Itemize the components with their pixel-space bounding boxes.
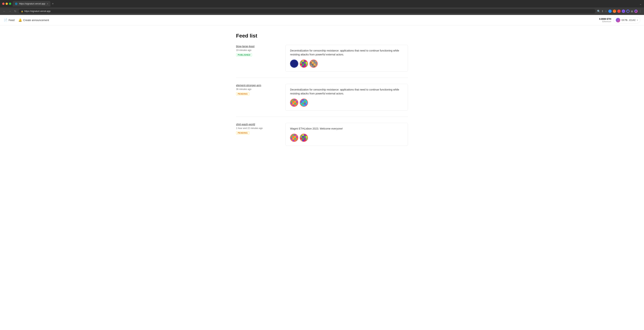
extension-icon-1[interactable]: 🌐 [608, 9, 612, 13]
active-tab[interactable]: 🌐 https://signaturi.vercel.app ✕ [13, 1, 50, 6]
svg-rect-80 [292, 136, 294, 138]
extension-icon-3[interactable]: 🔴 [617, 9, 621, 13]
page-title: Feed list [236, 33, 408, 39]
browser-tab-bar: 🌐 https://signaturi.vercel.app ✕ + [13, 1, 638, 6]
chrome-menu-button[interactable]: ⋮ [639, 9, 642, 13]
svg-rect-75 [290, 134, 292, 136]
svg-rect-39 [290, 99, 292, 101]
traffic-lights [2, 2, 11, 5]
new-tab-button[interactable]: + [51, 2, 54, 5]
svg-rect-108 [306, 140, 308, 142]
main-content: Feed list blow-large-least 19 minutes ag… [228, 25, 416, 165]
avatar-1-3 [310, 60, 318, 68]
svg-rect-3 [300, 60, 302, 62]
feed-item-name-2[interactable]: element-stronger-arm [236, 84, 281, 87]
create-announcement-button[interactable]: 🔔 Create announcement [18, 18, 49, 22]
feed-item-name-1[interactable]: blow-large-least [236, 45, 281, 48]
svg-rect-57 [300, 99, 302, 101]
feed-label: Feed [8, 19, 14, 22]
svg-rect-45 [294, 101, 296, 103]
address-bar[interactable]: 🔒 https://signaturi.vercel.app [19, 9, 596, 13]
feed-item-3: shirt-wash-world 1 hour and 22 minutes a… [236, 123, 408, 152]
feed-avatars-3 [290, 134, 403, 142]
avatar-2-1 [290, 99, 298, 107]
avatar-1-1 [290, 60, 298, 68]
feed-avatars-2 [290, 99, 403, 107]
svg-rect-51 [290, 105, 292, 106]
back-button[interactable]: ← [2, 9, 6, 13]
svg-rect-63 [304, 101, 306, 103]
feed-link[interactable]: 📄 Feed [4, 18, 14, 22]
fullscreen-traffic-light[interactable] [9, 2, 11, 5]
svg-rect-15 [300, 65, 302, 67]
sidebar-icon[interactable]: ▣ [631, 10, 633, 13]
svg-rect-30 [312, 64, 314, 65]
status-badge-3: PENDING [236, 131, 250, 135]
svg-rect-87 [290, 140, 292, 142]
avatar-2-2 [300, 99, 308, 107]
feed-item-left-2: element-stronger-arm 36 minutes ago PEND… [236, 84, 281, 111]
feed-avatars-1 [290, 60, 403, 68]
feed-item: blow-large-least 19 minutes ago PUBLISHE… [236, 45, 408, 78]
svg-rect-78 [296, 134, 298, 136]
svg-rect-60 [306, 99, 308, 101]
feed-item-right-2: Decentralization for censorship resistan… [285, 84, 408, 111]
wallet-button[interactable]: 0X7B...E1AC ▾ [613, 17, 640, 23]
app-header: 📄 Feed 🔔 Create announcement 0.0000 ETH … [0, 15, 644, 25]
svg-rect-31 [314, 64, 316, 65]
forward-button[interactable]: → [8, 9, 12, 13]
feed-item-time-3: 1 hour and 22 minutes ago [236, 127, 281, 130]
refresh-button[interactable]: ↻ [14, 9, 17, 13]
svg-rect-105 [300, 140, 302, 142]
svg-rect-42 [296, 99, 298, 101]
svg-rect-6 [306, 60, 308, 62]
svg-rect-8 [302, 62, 304, 64]
svg-rect-49 [294, 103, 296, 105]
wallet-avatar [616, 18, 620, 22]
avatar-3-1 [290, 134, 298, 142]
feed-item-time-2: 36 minutes ago [236, 88, 281, 91]
extension-icon-2[interactable]: 🦊 [613, 9, 616, 13]
close-traffic-light[interactable] [2, 2, 4, 5]
eth-amount: 0.0000 ETH [599, 18, 611, 20]
svg-rect-44 [292, 101, 294, 103]
svg-rect-69 [300, 105, 302, 106]
svg-rect-90 [296, 140, 298, 142]
window-menu-button[interactable]: ⌄ [639, 2, 642, 5]
eth-balance: 0.0000 ETH Ethereum [599, 18, 611, 22]
eth-network: Ethereum [599, 20, 611, 22]
tab-close-icon[interactable]: ✕ [47, 3, 48, 5]
svg-rect-67 [304, 103, 306, 105]
svg-rect-21 [310, 60, 312, 62]
feed-message-3: Wagmi ETHLisbon 2023. Welcome everyone! [290, 127, 403, 131]
svg-rect-66 [302, 103, 304, 105]
feed-message-1: Decentralization for censorship resistan… [290, 49, 403, 57]
share-icon[interactable]: ⬆ [602, 10, 604, 13]
svg-rect-98 [302, 136, 304, 138]
svg-rect-93 [300, 134, 302, 136]
header-right: 0.0000 ETH Ethereum 0X7B...E1AC ▾ [599, 17, 640, 23]
feed-item-time-1: 19 minutes ago [236, 49, 281, 51]
bookmark-icon[interactable]: ☆ [605, 10, 607, 13]
bell-icon: 🔔 [18, 18, 22, 22]
svg-rect-54 [296, 105, 298, 106]
profile-icon[interactable]: M [634, 9, 638, 13]
minimize-traffic-light[interactable] [6, 2, 8, 5]
svg-rect-9 [304, 62, 306, 64]
toolbar-actions: 🔍 ⬆ ☆ 🌐 🦊 🔴 ⬡ ⬛ ▣ M ⋮ [597, 9, 642, 13]
feed-message-2: Decentralization for censorship resistan… [290, 88, 403, 96]
extension-icon-4[interactable]: ⬡ [622, 9, 625, 13]
svg-rect-48 [292, 103, 294, 105]
feed-item-name-3[interactable]: shirt-wash-world [236, 123, 281, 126]
svg-rect-62 [302, 101, 304, 103]
status-badge-1: PUBLISHED [236, 53, 252, 57]
browser-toolbar: ← → ↻ 🔒 https://signaturi.vercel.app 🔍 ⬆… [0, 7, 644, 15]
lock-icon: 🔒 [21, 10, 23, 12]
svg-rect-24 [316, 60, 317, 62]
svg-rect-96 [306, 134, 308, 136]
create-announcement-label: Create announcement [23, 19, 49, 22]
svg-rect-26 [312, 62, 314, 64]
tab-title: https://signaturi.vercel.app [19, 2, 45, 5]
extension-icon-5[interactable]: ⬛ [626, 9, 630, 13]
search-icon[interactable]: 🔍 [597, 10, 600, 13]
